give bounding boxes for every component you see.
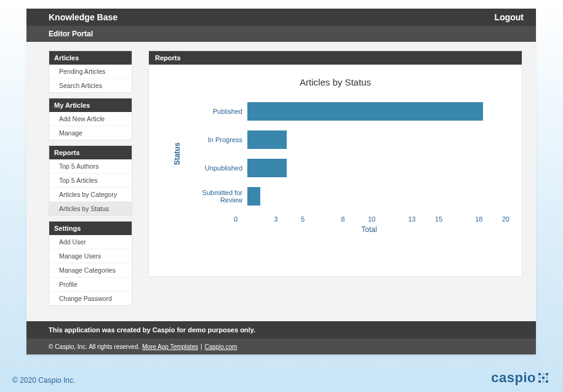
- sidebar-group-title: Articles: [49, 51, 132, 65]
- sidebar-group: ReportsTop 5 AuthorsTop 5 ArticlesArticl…: [49, 145, 132, 216]
- sidebar-item[interactable]: Search Articles: [49, 79, 132, 92]
- outer-copyright: © 2020 Caspio Inc.: [12, 376, 75, 385]
- sidebar-item[interactable]: Manage Users: [49, 249, 132, 263]
- chart-category-label: Published: [180, 108, 247, 115]
- footer-copyright-prefix: © Caspio, Inc. All rights reserved.: [49, 343, 140, 350]
- chart-x-tick: 13: [408, 215, 435, 223]
- footer-link-site[interactable]: Caspio.com: [205, 343, 238, 350]
- chart-rows: Status PublishedIn ProgressUnpublishedSu…: [180, 97, 509, 210]
- brand-text: caspio: [491, 370, 536, 386]
- chart-bar: [247, 102, 483, 121]
- chart-zone: Articles by Status Status PublishedIn Pr…: [149, 65, 522, 240]
- chart-bar-row: In Progress: [180, 126, 509, 154]
- sidebar-item[interactable]: Pending Articles: [49, 65, 132, 79]
- sidebar-group: My ArticlesAdd New ArticleManage: [49, 98, 132, 140]
- chart-bar-cell: [247, 187, 509, 206]
- chart-x-tick: 3: [274, 215, 301, 223]
- chart-bar-cell: [247, 102, 509, 121]
- chart-x-tick: 0: [234, 215, 274, 223]
- chart-bar: [247, 187, 260, 206]
- chart-category-label: Unpublished: [180, 164, 247, 172]
- chart-bar-cell: [247, 130, 509, 149]
- portal-bar: Editor Portal: [26, 26, 536, 42]
- chart-bar: [247, 159, 287, 177]
- brand-dots-icon: [538, 373, 548, 383]
- footer-demo-bar: This application was created by Caspio f…: [26, 321, 536, 338]
- footer-demo-text: This application was created by Caspio f…: [49, 326, 255, 334]
- sidebar-item[interactable]: Articles by Category: [49, 188, 132, 202]
- chart-bar-cell: [247, 159, 509, 177]
- chart-y-axis-label: Status: [173, 143, 182, 166]
- sidebar-item[interactable]: Top 5 Articles: [49, 174, 132, 188]
- chart-title: Articles by Status: [161, 77, 509, 87]
- main-area: Reports Articles by Status Status Publis…: [148, 50, 522, 311]
- sidebar-item[interactable]: Change Password: [49, 292, 132, 305]
- chart-bar: [247, 130, 287, 149]
- app-shell: Knowledge Base Logout Editor Portal Arti…: [26, 9, 536, 354]
- reports-panel-title: Reports: [149, 51, 522, 65]
- sidebar-group: ArticlesPending ArticlesSearch Articles: [49, 50, 132, 93]
- sidebar-group-title: Reports: [49, 146, 132, 159]
- app-title: Knowledge Base: [49, 12, 118, 22]
- sidebar-item[interactable]: Top 5 Authors: [49, 159, 132, 174]
- footer-sep: |: [201, 343, 202, 350]
- portal-label: Editor Portal: [49, 30, 93, 38]
- sidebar-item[interactable]: Add User: [49, 235, 132, 249]
- footer-link-templates[interactable]: More App Templates: [142, 343, 198, 350]
- sidebar-group-title: My Articles: [49, 98, 132, 112]
- chart-x-axis: 03581013151820: [234, 215, 509, 223]
- reports-panel: Reports Articles by Status Status Publis…: [148, 50, 522, 277]
- chart-x-tick: 10: [368, 215, 408, 223]
- chart-bar-row: Unpublished: [180, 154, 509, 182]
- chart-x-tick: 20: [502, 215, 509, 223]
- sidebar-group: SettingsAdd UserManage UsersManage Categ…: [49, 221, 132, 306]
- chart-category-label: In Progress: [180, 136, 247, 143]
- chart-x-axis-label: Total: [229, 225, 509, 234]
- chart-x-tick: 18: [475, 215, 502, 223]
- logout-link[interactable]: Logout: [495, 12, 524, 22]
- chart-x-tick: 8: [341, 215, 368, 223]
- sidebar-item[interactable]: Add New Article: [49, 112, 132, 126]
- topbar: Knowledge Base Logout: [26, 9, 536, 26]
- chart-bar-row: Published: [180, 97, 509, 126]
- footer-copyright-bar: © Caspio, Inc. All rights reserved. More…: [26, 338, 536, 354]
- sidebar-group-title: Settings: [49, 222, 132, 235]
- chart-category-label: Submitted for Review: [180, 189, 247, 204]
- body-wrap: ArticlesPending ArticlesSearch ArticlesM…: [26, 42, 536, 321]
- sidebar-item[interactable]: Manage Categories: [49, 263, 132, 278]
- sidebar-item[interactable]: Manage: [49, 126, 132, 140]
- sidebar-item[interactable]: Profile: [49, 278, 132, 292]
- brand-logo: caspio: [491, 370, 548, 386]
- chart-x-tick: 5: [301, 215, 341, 223]
- chart-bar-row: Submitted for Review: [180, 182, 509, 210]
- chart-x-tick: 15: [435, 215, 475, 223]
- sidebar-item[interactable]: Articles by Status: [49, 202, 132, 215]
- sidebar: ArticlesPending ArticlesSearch ArticlesM…: [49, 50, 132, 311]
